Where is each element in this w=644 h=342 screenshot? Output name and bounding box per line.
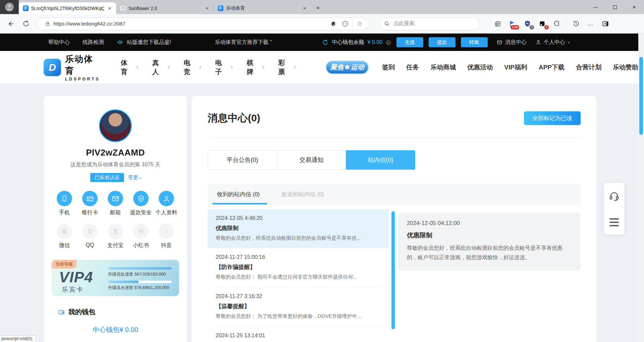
security-item-withdraw-safety[interactable]: 提款安全 bbox=[129, 191, 153, 216]
nav-menu-slots[interactable]: 电子∨ bbox=[215, 58, 233, 76]
security-item-email[interactable]: 邮箱 bbox=[103, 191, 127, 216]
douyin-icon: ♪ bbox=[159, 224, 174, 239]
line-check-link[interactable]: 线路检测 bbox=[83, 39, 104, 46]
personal-center-link[interactable]: 个人中心 ∨ bbox=[535, 39, 570, 46]
announcement[interactable]: 站版邀您下载品鉴! bbox=[117, 39, 171, 46]
subtab-sent-mail[interactable]: 发送的站内信 (0) bbox=[281, 184, 324, 205]
wallet-group: 中心钱包余额 ¥ 0.00 ◎ bbox=[322, 39, 391, 46]
subtab-received-mail[interactable]: 收到的站内信 (0) bbox=[217, 184, 260, 205]
menu-hamburger-icon[interactable] bbox=[609, 218, 619, 226]
tab-platform-announcements[interactable]: 平台公告(0) bbox=[208, 150, 277, 170]
browser-tab-active[interactable]: D 5LmQ5Yqo5L2T6IKyfOS5kOWKqQ ✕ bbox=[19, 2, 116, 14]
mark-all-read-button[interactable]: 全部标记为已读 bbox=[524, 111, 581, 125]
sidebar-toggle-icon[interactable] bbox=[599, 17, 612, 31]
nav-menu-sports[interactable]: 体育∨ bbox=[121, 58, 139, 76]
window-maximize-button[interactable] bbox=[605, 0, 625, 14]
tab-close-icon[interactable]: ✕ bbox=[204, 6, 210, 11]
user-avatar[interactable] bbox=[99, 109, 132, 142]
nav-menu-lottery[interactable]: 彩票∨ bbox=[278, 58, 296, 76]
browser-menu-icon[interactable]: … bbox=[584, 17, 597, 31]
customer-service-headset-icon[interactable] bbox=[609, 191, 620, 202]
nav-link-app[interactable]: APP下载 bbox=[539, 63, 565, 72]
nav-link-affiliate[interactable]: 合营计划 bbox=[576, 63, 601, 72]
favorites-star-icon[interactable]: ☆ bbox=[354, 18, 365, 30]
messages-extension-icon[interactable]: 1 bbox=[535, 17, 549, 31]
logo-subtitle: LDSPORTS bbox=[65, 77, 103, 81]
social-label: 微信 bbox=[52, 242, 76, 249]
refresh-button[interactable] bbox=[19, 17, 32, 30]
list-scrollbar-thumb[interactable] bbox=[391, 211, 395, 329]
messages-badge: 1 bbox=[544, 25, 549, 30]
page-scrollbar[interactable] bbox=[638, 34, 644, 342]
message-date: 2024-11-27 3:16:32 bbox=[216, 293, 381, 299]
back-button[interactable] bbox=[4, 17, 17, 30]
social-item-wechat[interactable]: 微 微信 bbox=[52, 224, 76, 249]
message-center-label: 消息中心 bbox=[505, 39, 527, 46]
tab-close-icon[interactable]: ✕ bbox=[302, 6, 308, 11]
nav-link-mall[interactable]: 乐动商城 bbox=[430, 63, 456, 72]
shield-extension-icon[interactable]: % 2 bbox=[521, 17, 534, 31]
withdraw-button[interactable]: 提款 bbox=[429, 37, 455, 47]
page-scrollbar-thumb[interactable] bbox=[639, 57, 643, 135]
nav-links: 签到 任务 乐动商城 优惠活动 VIP福利 APP下载 合营计划 乐动赞助 bbox=[382, 63, 638, 72]
svg-text:%: % bbox=[526, 22, 529, 25]
wallet-balance-amount: ¥ 0.00 bbox=[367, 39, 382, 45]
window-minimize-button[interactable]: — bbox=[586, 0, 605, 14]
tab-transaction-notices[interactable]: 交易通知 bbox=[277, 150, 346, 170]
extensions-puzzle-icon[interactable] bbox=[550, 17, 564, 31]
browser-tab-sunflower[interactable]: Sunflower 2.0 ✕ bbox=[116, 2, 213, 14]
message-preview: 尊敬的会员您好： 我司不会透过任何非官方聊天软件提供任何... bbox=[216, 274, 381, 280]
social-item-alipay[interactable]: 支 支付宝 bbox=[103, 224, 127, 249]
nav-menu-esports[interactable]: 电竞∨ bbox=[184, 58, 202, 76]
lock-icon[interactable] bbox=[42, 18, 53, 30]
profile-card: PlV2wZAAMD 这是您成为乐动体育会员的第 1075 天 已实名认证 变更… bbox=[44, 96, 187, 342]
window-close-button[interactable]: ✕ bbox=[625, 0, 644, 14]
search-placeholder[interactable]: 点此搜索 bbox=[393, 20, 415, 27]
deposit-button[interactable]: 充值 bbox=[396, 37, 423, 47]
nav-link-checkin[interactable]: 签到 bbox=[382, 63, 395, 72]
chevron-down-icon: ∨ bbox=[293, 65, 296, 69]
message-item-selected[interactable]: 2024-12-05 4:48:20 优惠限制 尊敬的会员您好，经系统自动检测目… bbox=[208, 209, 389, 248]
transfer-button[interactable]: 转账 bbox=[461, 37, 488, 47]
new-tab-button[interactable]: + bbox=[313, 3, 323, 13]
message-item[interactable]: 2024-11-27 15:00:16 【防诈骗提醒】 尊敬的会员您好： 我司不… bbox=[208, 248, 389, 287]
browser-profile-button[interactable] bbox=[0, 0, 19, 14]
help-center-link[interactable]: 帮助中心 bbox=[48, 39, 70, 46]
social-item-qq[interactable]: Q QQ bbox=[78, 224, 102, 249]
nav-link-vip[interactable]: VIP福利 bbox=[504, 63, 527, 72]
nav-link-sponsor[interactable]: 乐动赞助 bbox=[613, 63, 638, 72]
nav-menu-cards[interactable]: 棋牌∨ bbox=[247, 58, 265, 76]
message-center-link[interactable]: 消息中心 bbox=[496, 39, 527, 46]
history-icon[interactable] bbox=[569, 17, 583, 31]
nav-link-promos[interactable]: 优惠活动 bbox=[467, 63, 493, 72]
translate-icon[interactable] bbox=[328, 18, 339, 30]
url-text[interactable]: https://www.ledong842.cc:2087 bbox=[53, 21, 328, 27]
nav-link-tasks[interactable]: 任务 bbox=[406, 63, 419, 72]
security-item-bankcard[interactable]: 银行卡 bbox=[78, 191, 102, 216]
collections-icon[interactable] bbox=[491, 17, 504, 31]
message-item[interactable]: 2024-11-25 13:14:01 bbox=[208, 327, 389, 342]
vip-card[interactable]: 当前等级 VIP4 乐宾卡 升级存款进度 567,029/150,000 升级流… bbox=[52, 260, 179, 296]
site-logo[interactable]: D 乐动体育 LDSPORTS bbox=[44, 53, 103, 81]
security-label: 个人资料 bbox=[154, 209, 178, 216]
deposit-progress-fill bbox=[108, 267, 172, 270]
security-item-phone[interactable]: 手机 bbox=[52, 191, 76, 216]
message-item[interactable]: 2024-11-27 3:16:32 【温馨提醒】 尊敬的会员您好： 为了给您带… bbox=[208, 287, 389, 326]
tab-close-icon[interactable]: ✕ bbox=[107, 6, 113, 11]
menu-label: 棋牌 bbox=[247, 58, 260, 76]
flag-extension-icon[interactable]: 1.00 bbox=[506, 17, 519, 31]
social-item-xiaohongshu[interactable]: 书 小红书 bbox=[129, 224, 153, 249]
eye-toggle-icon[interactable]: ◎ bbox=[386, 39, 391, 46]
browser-tab-ledong[interactable]: D 乐动体育 ✕ bbox=[214, 2, 311, 14]
nav-menu-live[interactable]: 真人∨ bbox=[152, 58, 170, 76]
change-link[interactable]: 变更› bbox=[128, 174, 141, 181]
social-item-douyin[interactable]: ♪ 抖音 bbox=[154, 224, 178, 249]
security-item-profile[interactable]: 个人资料 bbox=[154, 191, 178, 216]
tab-site-mail[interactable]: 站内信(0) bbox=[346, 150, 415, 170]
focus-sport-badge[interactable]: 聚焦 运动 bbox=[326, 61, 369, 74]
more-actions-icon[interactable] bbox=[339, 18, 351, 30]
address-bar[interactable]: https://www.ledong842.cc:2087 ☆ bbox=[37, 17, 369, 30]
wallet-refresh-icon[interactable] bbox=[322, 39, 328, 46]
divider bbox=[566, 20, 567, 27]
search-box[interactable]: 点此搜索 bbox=[379, 17, 480, 30]
